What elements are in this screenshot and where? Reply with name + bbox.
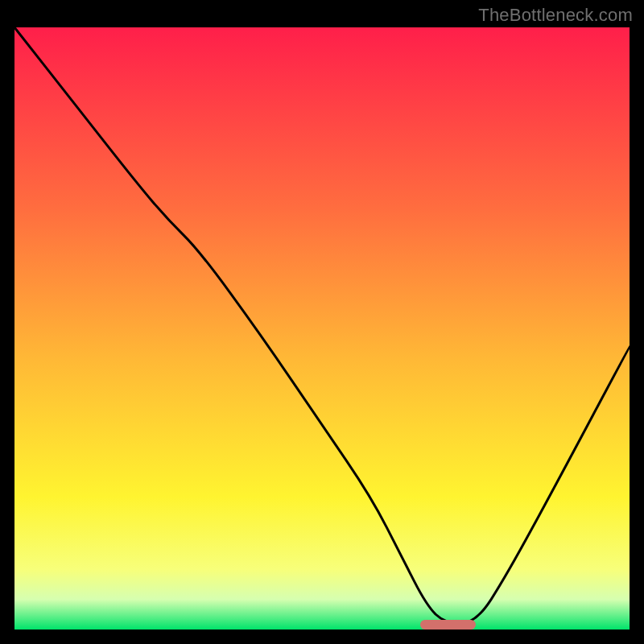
- optimal-range-marker: [420, 620, 476, 630]
- attribution-text: TheBottleneck.com: [478, 5, 633, 26]
- chart-container: [14, 27, 630, 630]
- chart-curve: [14, 27, 630, 630]
